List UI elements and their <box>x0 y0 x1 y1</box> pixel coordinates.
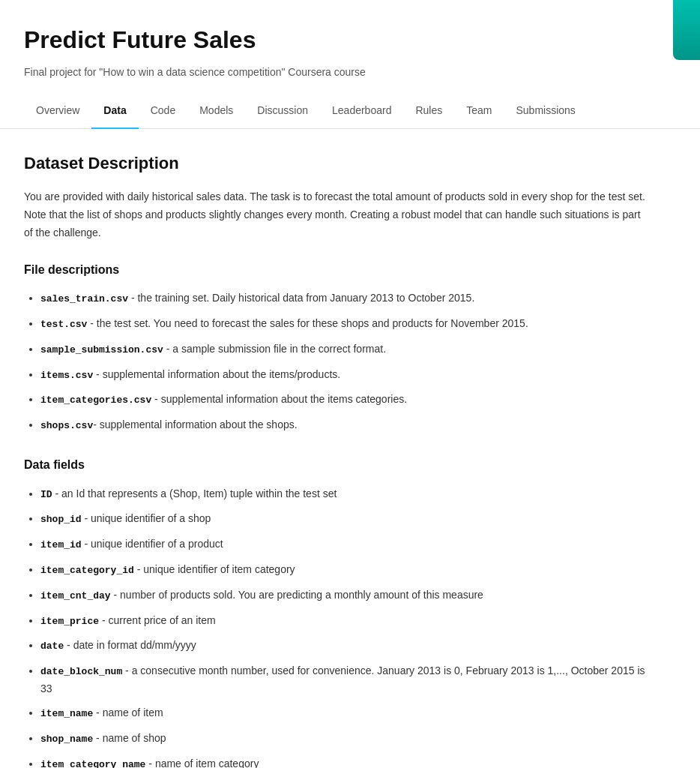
nav-item-submissions[interactable]: Submissions <box>504 93 587 129</box>
list-item: shop_name - name of shop <box>40 730 651 748</box>
nav-item-team[interactable]: Team <box>454 93 504 129</box>
list-item: sales_train.csv - the training set. Dail… <box>40 290 651 308</box>
list-item: item_category_name - name of item catego… <box>40 755 651 768</box>
field-desc: - name of shop <box>93 732 166 744</box>
page-subtitle: Final project for "How to win a data sci… <box>24 64 676 80</box>
page-header: Predict Future Sales Final project for "… <box>0 0 700 93</box>
field-desc: - unique identifier of item category <box>134 563 295 575</box>
list-item: date_block_num - a consecutive month num… <box>40 662 651 697</box>
page-title: Predict Future Sales <box>24 21 676 59</box>
field-list: ID - an Id that represents a (Shop, Item… <box>24 485 651 768</box>
field-name: date <box>40 640 64 652</box>
file-name: shops.csv <box>40 420 93 431</box>
avatar-corner <box>673 0 700 60</box>
file-desc: - a sample submission file in the correc… <box>163 343 386 355</box>
file-desc: - supplemental information about the sho… <box>93 418 297 430</box>
field-desc: - name of item category <box>145 758 259 768</box>
list-item: date - date in format dd/mm/yyyy <box>40 637 651 655</box>
nav-item-rules[interactable]: Rules <box>403 93 454 129</box>
file-name: test.csv <box>40 319 87 330</box>
nav-item-data[interactable]: Data <box>91 93 138 129</box>
field-desc: - a consecutive month number, used for c… <box>40 664 645 694</box>
field-name: item_category_id <box>40 565 134 576</box>
list-item: item_price - current price of an item <box>40 612 651 630</box>
field-name: date_block_num <box>40 666 122 677</box>
list-item: sample_submission.csv - a sample submiss… <box>40 340 651 358</box>
file-name: sample_submission.csv <box>40 344 163 356</box>
field-name: item_price <box>40 616 99 627</box>
field-name: ID <box>40 489 52 500</box>
field-desc: - an Id that represents a (Shop, Item) t… <box>52 488 337 500</box>
field-name: item_name <box>40 708 93 719</box>
file-name: sales_train.csv <box>40 293 128 304</box>
nav-item-leaderboard[interactable]: Leaderboard <box>320 93 403 129</box>
file-desc: - supplemental information about the ite… <box>93 368 340 380</box>
list-item: shops.csv- supplemental information abou… <box>40 416 651 434</box>
main-content: Dataset Description You are provided wit… <box>0 129 675 768</box>
field-desc: - number of products sold. You are predi… <box>111 589 483 601</box>
nav-item-models[interactable]: Models <box>187 93 245 129</box>
list-item: item_category_id - unique identifier of … <box>40 561 651 579</box>
list-item: item_id - unique identifier of a product <box>40 536 651 554</box>
field-desc: - name of item <box>93 706 163 718</box>
file-desc: - the training set. Daily historical dat… <box>128 292 474 304</box>
field-desc: - unique identifier of a shop <box>82 512 211 524</box>
list-item: test.csv - the test set. You need to for… <box>40 315 651 333</box>
dataset-description-title: Dataset Description <box>24 150 651 176</box>
nav-item-code[interactable]: Code <box>139 93 187 129</box>
field-desc: - date in format dd/mm/yyyy <box>64 639 196 651</box>
field-name: shop_id <box>40 514 82 525</box>
list-item: item_cnt_day - number of products sold. … <box>40 586 651 604</box>
field-name: item_id <box>40 539 82 550</box>
file-list: sales_train.csv - the training set. Dail… <box>24 290 651 434</box>
field-name: shop_name <box>40 734 93 745</box>
dataset-description-body: You are provided with daily historical s… <box>24 188 651 242</box>
file-descriptions-title: File descriptions <box>24 260 651 280</box>
nav-item-overview[interactable]: Overview <box>24 93 91 129</box>
file-name: item_categories.csv <box>40 394 151 406</box>
nav-item-discussion[interactable]: Discussion <box>245 93 320 129</box>
list-item: item_name - name of item <box>40 704 651 722</box>
file-name: items.csv <box>40 370 93 381</box>
list-item: items.csv - supplemental information abo… <box>40 366 651 384</box>
field-desc: - unique identifier of a product <box>82 538 223 550</box>
list-item: shop_id - unique identifier of a shop <box>40 510 651 528</box>
list-item: ID - an Id that represents a (Shop, Item… <box>40 485 651 503</box>
field-name: item_cnt_day <box>40 590 111 602</box>
field-desc: - current price of an item <box>99 614 216 626</box>
field-name: item_category_name <box>40 759 145 768</box>
list-item: item_categories.csv - supplemental infor… <box>40 391 651 409</box>
navigation: Overview Data Code Models Discussion Lea… <box>0 93 700 129</box>
file-desc: - the test set. You need to forecast the… <box>87 317 528 329</box>
file-desc: - supplemental information about the ite… <box>151 393 407 405</box>
data-fields-title: Data fields <box>24 455 651 475</box>
